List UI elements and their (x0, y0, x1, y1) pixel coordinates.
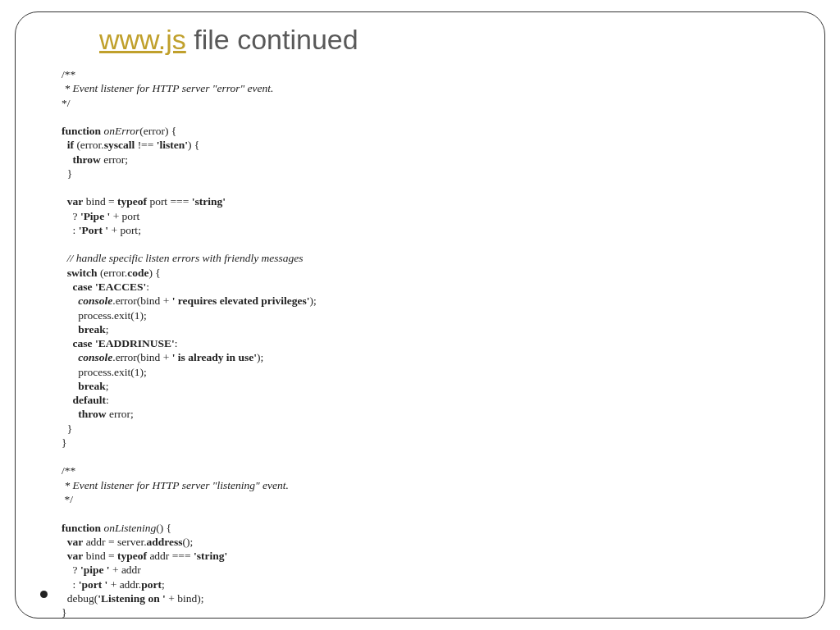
bullet-icon (40, 591, 48, 598)
code-block: /** * Event listener for HTTP server "er… (62, 67, 778, 619)
slide-title: www.js file continued (99, 24, 778, 56)
slide: www.js file continued /** * Event listen… (0, 0, 840, 630)
title-rest: file continued (186, 24, 358, 55)
title-link[interactable]: www.js (99, 24, 186, 55)
slide-frame: www.js file continued /** * Event listen… (15, 11, 825, 619)
